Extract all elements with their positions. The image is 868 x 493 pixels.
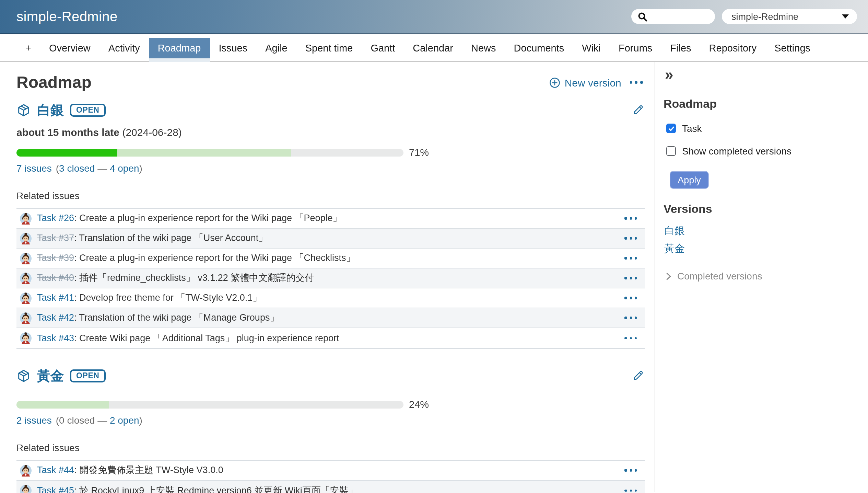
nav-item-calendar[interactable]: Calendar [404, 34, 462, 61]
avatar [20, 252, 32, 264]
plus-circle-icon [549, 77, 561, 88]
row-actions-icon[interactable] [623, 257, 638, 259]
app-header: simple-Redmine simple-Redmine [0, 0, 868, 34]
nav-item-documents[interactable]: Documents [505, 34, 573, 61]
page-title: Roadmap [16, 73, 92, 92]
nav-item-activity[interactable]: Activity [99, 34, 149, 61]
checkbox-checked[interactable] [666, 124, 676, 133]
nav-item-repository[interactable]: Repository [700, 34, 766, 61]
issue-link[interactable]: Task #42 [37, 312, 74, 323]
related-issues-table: Task #26: Create a plug-in experience re… [16, 208, 645, 349]
new-version-button[interactable]: New version [549, 77, 621, 88]
filter-show-completed[interactable]: Show completed versions [666, 146, 868, 157]
version-name-link[interactable]: 白銀 [37, 101, 64, 119]
nav-item-roadmap[interactable]: Roadmap [149, 38, 210, 58]
version-name-link[interactable]: 黃金 [37, 366, 64, 385]
filter-task[interactable]: Task [666, 123, 868, 134]
closed-issues-link[interactable]: 3 closed [59, 163, 95, 174]
completed-versions-toggle[interactable]: Completed versions [665, 271, 868, 282]
nav-item-settings[interactable]: Settings [765, 34, 819, 61]
nav-item-agile[interactable]: Agile [256, 34, 296, 61]
version-section: 黃金 OPEN 24% [16, 367, 644, 493]
nav-item-news[interactable]: News [462, 34, 505, 61]
row-actions-icon[interactable] [623, 297, 638, 299]
issue-row: Task #43: Create Wiki page 「Additional T… [16, 328, 645, 348]
nav-item-gantt[interactable]: Gantt [362, 34, 404, 61]
row-actions-icon[interactable] [623, 337, 638, 339]
issue-row: Task #37: Translation of the wiki page 「… [16, 229, 645, 249]
collapse-sidebar-icon[interactable]: » [665, 67, 673, 82]
issues-total-link[interactable]: 7 issues [16, 163, 52, 174]
issue-link[interactable]: Task #41 [37, 293, 74, 303]
issue-link[interactable]: Task #43 [37, 333, 74, 343]
version-link-silver[interactable]: 白銀 [664, 225, 868, 238]
row-actions-icon[interactable] [623, 490, 638, 492]
issue-text: Task #37: Translation of the wiki page 「… [37, 232, 623, 244]
main-content: Roadmap New version [0, 62, 655, 492]
avatar [20, 465, 32, 476]
issue-link[interactable]: Task #40 [37, 273, 74, 283]
row-actions-icon[interactable] [623, 237, 638, 239]
issue-text: Task #39: Create a plug-in experience re… [37, 252, 623, 264]
project-selector-value: simple-Redmine [731, 11, 798, 22]
issue-title: : Create a plug-in experience report for… [74, 253, 355, 263]
issue-link[interactable]: Task #37 [37, 233, 74, 243]
row-actions-icon[interactable] [623, 277, 638, 279]
completed-versions-label: Completed versions [677, 271, 762, 282]
nav-item-files[interactable]: Files [661, 34, 700, 61]
related-issues-table: Task #44: 開發免費佈景主題 TW-Style V3.0.0 Task … [16, 460, 645, 493]
avatar [20, 292, 32, 304]
issue-row: Task #39: Create a plug-in experience re… [16, 249, 645, 268]
search-input[interactable] [650, 10, 712, 23]
issue-link[interactable]: Task #39 [37, 253, 74, 263]
issue-link[interactable]: Task #26 [37, 213, 74, 223]
issue-counts: 2 issues(0 closed — 2 open) [16, 415, 644, 426]
issue-counts: 7 issues(3 closed — 4 open) [16, 163, 644, 174]
main-nav: +OverviewActivityRoadmapIssuesAgileSpent… [0, 34, 868, 62]
nav-item-issues[interactable]: Issues [210, 34, 256, 61]
avatar [20, 332, 32, 344]
nav-item-spent-time[interactable]: Spent time [296, 34, 362, 61]
issue-title: : Create Wiki page 「Additional Tags」 plu… [74, 333, 339, 343]
issue-text: Task #40: 插件「redmine_checklists」 v3.1.22… [37, 272, 623, 284]
progress-done-segment [16, 401, 109, 408]
edit-version-icon[interactable] [632, 369, 644, 382]
related-issues-label: Related issues [16, 442, 644, 453]
issue-text: Task #43: Create Wiki page 「Additional T… [37, 332, 623, 344]
row-actions-icon[interactable] [623, 317, 638, 319]
issues-total-link[interactable]: 2 issues [16, 415, 52, 426]
version-link-gold[interactable]: 黃金 [664, 242, 868, 255]
versions-title: Versions [664, 203, 868, 216]
avatar [20, 485, 32, 493]
more-actions-icon[interactable] [628, 81, 644, 84]
issue-row: Task #41: Develop free theme for 「TW-Sty… [16, 288, 645, 308]
app-title: simple-Redmine [16, 9, 118, 24]
row-actions-icon[interactable] [623, 217, 638, 219]
project-selector[interactable]: simple-Redmine [722, 9, 857, 24]
search-box[interactable] [631, 9, 715, 24]
search-icon [637, 11, 648, 22]
issue-text: Task #26: Create a plug-in experience re… [37, 212, 623, 225]
issue-text: Task #42: Translation of the wiki page 「… [37, 312, 623, 324]
issue-text: Task #44: 開發免費佈景主題 TW-Style V3.0.0 [37, 464, 623, 477]
version-links: 白銀 黃金 [664, 225, 868, 255]
nav-item-forums[interactable]: Forums [610, 34, 661, 61]
checkbox-unchecked[interactable] [666, 146, 676, 156]
open-issues-link[interactable]: 4 open [110, 163, 139, 174]
issue-link[interactable]: Task #45 [37, 485, 74, 493]
open-issues-link[interactable]: 2 open [110, 415, 139, 426]
issue-text: Task #41: Develop free theme for 「TW-Sty… [37, 292, 623, 304]
due-text: about 15 months late (2024-06-28) [16, 126, 644, 138]
nav-item-wiki[interactable]: Wiki [573, 34, 610, 61]
progress-percent: 71% [409, 147, 429, 158]
sidebar-title: Roadmap [664, 98, 868, 111]
nav-item--[interactable]: + [16, 34, 40, 61]
related-issues-label: Related issues [16, 190, 644, 201]
apply-button[interactable]: Apply [670, 171, 709, 189]
row-actions-icon[interactable] [623, 469, 638, 471]
issue-row: Task #42: Translation of the wiki page 「… [16, 308, 645, 328]
issue-link[interactable]: Task #44 [37, 465, 74, 475]
issue-title: : 插件「redmine_checklists」 v3.1.22 繁體中文翻譯的… [74, 273, 314, 283]
edit-version-icon[interactable] [632, 104, 644, 116]
nav-item-overview[interactable]: Overview [40, 34, 99, 61]
